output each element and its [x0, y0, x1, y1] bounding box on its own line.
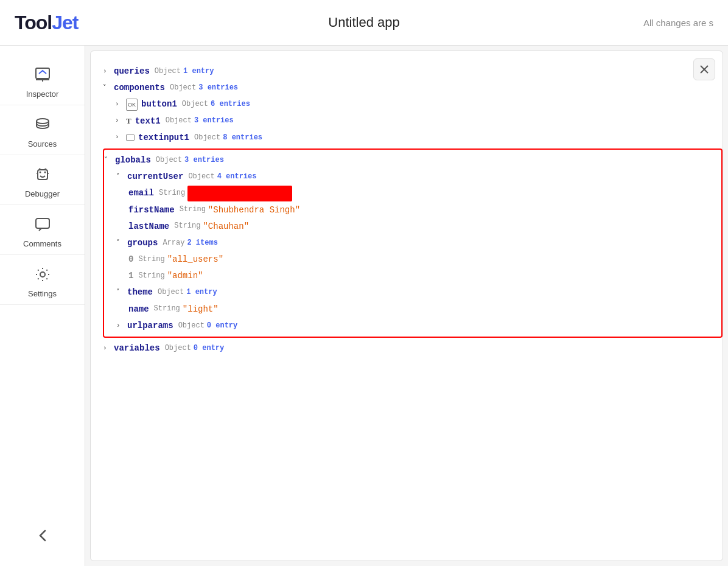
tree-row-textinput1[interactable]: › textinput1 Object 8 entries	[103, 130, 723, 146]
globals-section: ˅ globals Object 3 entries ˅ currentUser…	[103, 148, 723, 338]
sidebar-item-inspector[interactable]: Inspector	[0, 55, 85, 105]
tree-row-button1[interactable]: › OK button1 Object 6 entries	[103, 96, 723, 113]
type-themename: String	[154, 302, 180, 316]
svg-rect-0	[36, 68, 49, 79]
logo-jet: Jet	[52, 12, 78, 33]
key-currentuser: currentUser	[127, 169, 183, 184]
chevron-variables[interactable]: ›	[103, 343, 111, 355]
chevron-urlparams[interactable]: ›	[116, 320, 125, 332]
logo: ToolJet	[15, 12, 78, 34]
count-globals: 3 entries	[184, 154, 224, 167]
key-text1: text1	[135, 114, 161, 129]
inspector-icon	[34, 66, 51, 86]
tree-row-email: email String	[104, 185, 721, 201]
sidebar-item-sources[interactable]: Sources	[0, 105, 85, 155]
key-theme: theme	[127, 285, 153, 300]
textinput-icon	[126, 135, 135, 141]
count-currentuser: 4 entries	[217, 170, 257, 184]
tree-row-variables[interactable]: › variables Object 0 entry	[103, 340, 723, 357]
tree-row-urlparams[interactable]: › urlparams Object 0 entry	[104, 318, 721, 334]
tree-row-group0: 0 String "all_users"	[104, 251, 721, 268]
type-globals: Object	[156, 154, 182, 167]
inspector-panel: › queries Object 1 entry ˅ components Ob…	[90, 51, 723, 561]
count-textinput1: 8 entries	[223, 131, 262, 145]
tree-row-currentuser[interactable]: ˅ currentUser Object 4 entries	[104, 169, 721, 185]
comments-icon	[34, 216, 51, 236]
type-groups: Array	[163, 237, 184, 250]
type-firstname: String	[180, 203, 206, 217]
type-theme: Object	[158, 286, 184, 299]
key-themename: name	[128, 302, 149, 317]
type-variables: Object	[165, 342, 191, 355]
type-currentuser: Object	[188, 170, 214, 184]
comments-label: Comments	[23, 239, 61, 248]
settings-icon	[34, 266, 51, 285]
key-textinput1: textinput1	[138, 130, 189, 145]
type-email: String	[159, 187, 185, 200]
chevron-groups[interactable]: ˅	[116, 237, 125, 250]
tree-row-groups[interactable]: ˅ groups Array 2 items	[104, 235, 721, 251]
val-group0: "all_users"	[167, 252, 223, 267]
type-text1: Object	[166, 114, 192, 128]
val-group1: "admin"	[167, 268, 203, 284]
svg-point-5	[39, 172, 41, 173]
sources-icon	[34, 116, 51, 136]
key-lastname: lastName	[128, 219, 169, 234]
tree-row-theme[interactable]: ˅ theme Object 1 entry	[104, 284, 721, 301]
sidebar-item-comments[interactable]: Comments	[0, 205, 85, 255]
val-email	[187, 186, 292, 201]
count-urlparams: 0 entry	[207, 320, 237, 333]
object-tree: › queries Object 1 entry ˅ components Ob…	[103, 63, 723, 357]
count-components: 3 entries	[198, 82, 238, 95]
sidebar-item-settings[interactable]: Settings	[0, 255, 85, 305]
type-button1: Object	[182, 98, 208, 111]
header: ToolJet Untitled app All changes are s	[0, 0, 728, 46]
chevron-globals[interactable]: ˅	[104, 155, 113, 167]
tree-row-components[interactable]: ˅ components Object 3 entries	[103, 80, 723, 96]
type-lastname: String	[174, 220, 200, 233]
type-group0: String	[138, 253, 164, 267]
count-text1: 3 entries	[194, 114, 234, 128]
chevron-text1[interactable]: ›	[115, 115, 124, 127]
key-group1: 1	[128, 268, 133, 284]
sidebar-item-back[interactable]	[0, 516, 85, 556]
settings-label: Settings	[28, 289, 57, 298]
main-panel: › queries Object 1 entry ˅ components Ob…	[85, 46, 728, 566]
debugger-icon	[34, 166, 51, 186]
tree-row-globals[interactable]: ˅ globals Object 3 entries	[104, 152, 721, 169]
tree-row-queries[interactable]: › queries Object 1 entry	[103, 63, 723, 80]
key-urlparams: urlparams	[127, 318, 173, 334]
val-themename: "light"	[183, 302, 219, 317]
debugger-label: Debugger	[25, 189, 60, 198]
count-button1: 6 entries	[211, 98, 250, 111]
type-queries: Object	[155, 65, 181, 79]
main-layout: Inspector Sources	[0, 46, 728, 566]
key-email: email	[128, 186, 154, 201]
val-lastname: "Chauhan"	[203, 219, 249, 234]
chevron-button1[interactable]: ›	[115, 99, 124, 111]
key-queries: queries	[114, 64, 150, 79]
chevron-currentuser[interactable]: ˅	[116, 171, 125, 183]
key-globals: globals	[115, 153, 151, 168]
tree-row-firstname: firstName String "Shubhendra Singh"	[104, 202, 721, 218]
pin-button[interactable]	[693, 58, 715, 80]
chevron-queries[interactable]: ›	[103, 66, 111, 78]
chevron-textinput1[interactable]: ›	[115, 131, 124, 144]
sidebar-item-debugger[interactable]: Debugger	[0, 155, 85, 205]
val-firstname: "Shubhendra Singh"	[208, 203, 300, 218]
tree-row-text1[interactable]: › T text1 Object 3 entries	[103, 113, 723, 130]
svg-point-3	[37, 119, 49, 124]
button-icon: OK	[126, 99, 138, 111]
sources-label: Sources	[28, 139, 57, 148]
count-groups: 2 items	[187, 237, 217, 250]
svg-point-6	[44, 172, 46, 173]
type-group1: String	[138, 270, 164, 283]
svg-point-12	[40, 272, 45, 277]
chevron-components[interactable]: ˅	[103, 82, 111, 94]
key-groups: groups	[127, 236, 158, 251]
text-icon: T	[126, 114, 131, 128]
chevron-theme[interactable]: ˅	[116, 287, 125, 299]
key-button1: button1	[141, 97, 177, 112]
tree-row-themename: name String "light"	[104, 301, 721, 318]
count-variables: 0 entry	[194, 342, 224, 355]
